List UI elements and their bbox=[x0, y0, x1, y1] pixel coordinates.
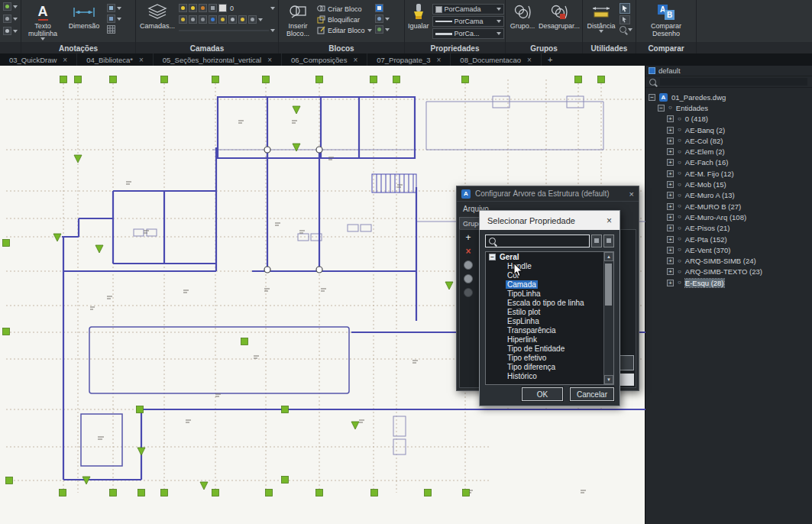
panel-label-utilidades[interactable]: Utilidades bbox=[583, 44, 636, 53]
layer-tool-icon[interactable] bbox=[199, 15, 207, 24]
match-properties-button[interactable]: Igualar bbox=[408, 2, 429, 42]
tree-preset-header[interactable]: default bbox=[645, 66, 812, 76]
layer-tool-icon[interactable] bbox=[209, 15, 217, 24]
property-item[interactable]: Hiperlink bbox=[486, 335, 613, 344]
tree-search-row[interactable] bbox=[645, 76, 812, 88]
collapse-icon[interactable]: − bbox=[649, 94, 655, 101]
scrollbar-thumb[interactable] bbox=[605, 264, 612, 306]
lineweight-combo[interactable]: PorCa... bbox=[432, 28, 504, 39]
tree-layer-row[interactable]: + ○ AE-MURO B (27) bbox=[645, 201, 812, 212]
expand-icon[interactable]: + bbox=[667, 159, 674, 166]
create-block-button[interactable]: Criar Bloco bbox=[317, 4, 372, 14]
tab-close-icon[interactable]: × bbox=[527, 56, 532, 64]
layer-tool-icon[interactable] bbox=[179, 15, 187, 24]
layer-tools-caret-icon[interactable] bbox=[258, 18, 263, 21]
tree-layer-row[interactable]: + ○ AE-Pta (152) bbox=[645, 234, 812, 244]
collapse-icon[interactable]: − bbox=[658, 105, 665, 112]
expand-icon[interactable]: + bbox=[667, 181, 674, 188]
drawing-tab[interactable]: 05_Seções_horizontal_vertical × bbox=[154, 53, 282, 66]
drawing-tab[interactable]: 06_Composições × bbox=[282, 53, 367, 66]
property-item[interactable]: Tipo diferença bbox=[486, 363, 613, 372]
collapse-icon[interactable]: − bbox=[489, 254, 496, 260]
scroll-up-icon[interactable]: ▲ bbox=[604, 252, 613, 261]
dialog-title-bar[interactable]: A Configurar Árvore da Estrutura (defaul… bbox=[457, 186, 639, 202]
layer-tool-icon[interactable] bbox=[228, 15, 237, 24]
tree-group-row[interactable]: − ○ Entidades bbox=[645, 102, 812, 113]
move-up-button[interactable] bbox=[464, 260, 473, 270]
new-tab-button[interactable]: + bbox=[542, 55, 558, 64]
dimension-button[interactable]: Dimensão bbox=[64, 2, 104, 42]
block-link-button[interactable] bbox=[375, 25, 390, 34]
leader-button[interactable] bbox=[107, 4, 121, 12]
scroll-down-icon[interactable]: ▼ bbox=[604, 375, 613, 384]
tree-layer-row[interactable]: + ○ 0 (418) bbox=[645, 114, 812, 125]
tree-layer-row[interactable]: + ○ E-Esqu (28) bbox=[645, 277, 812, 288]
tree-layer-row[interactable]: + ○ AE-Pisos (21) bbox=[645, 223, 812, 234]
property-search-input[interactable] bbox=[485, 235, 590, 247]
expand-icon[interactable]: + bbox=[667, 257, 674, 264]
add-button[interactable]: + bbox=[465, 233, 471, 242]
layer-on-icon[interactable] bbox=[179, 4, 187, 12]
panel-label-anotacoes[interactable]: Anotações bbox=[21, 44, 135, 53]
expand-icon[interactable]: + bbox=[667, 214, 674, 221]
layer-plot-icon[interactable] bbox=[209, 4, 217, 12]
tab-close-icon[interactable]: × bbox=[267, 56, 272, 64]
tree-layer-row[interactable]: + ○ AE-Col (82) bbox=[645, 135, 812, 146]
property-item[interactable]: Escala do tipo de linha bbox=[486, 299, 613, 308]
multileader-button[interactable] bbox=[107, 15, 121, 23]
drawing-tab[interactable]: 07_Propagate_3 × bbox=[367, 53, 451, 66]
panel-label-comparar[interactable]: Comparar bbox=[636, 44, 696, 53]
property-item[interactable]: Tipo de Entidade bbox=[486, 344, 613, 354]
panel-label-blocos[interactable]: Blocos bbox=[279, 44, 404, 53]
linetype-combo[interactable]: PorCama bbox=[432, 16, 504, 27]
tree-layer-row[interactable]: + ○ AE-Fach (16) bbox=[645, 157, 812, 168]
drawing-tab[interactable]: 03_QuickDraw × bbox=[0, 53, 77, 66]
draw-tool-icon[interactable] bbox=[3, 27, 18, 35]
expand-icon[interactable]: + bbox=[667, 247, 674, 254]
block-attr-button[interactable] bbox=[375, 4, 390, 12]
tree-layer-row[interactable]: + ○ AE-Muro A (13) bbox=[645, 190, 812, 201]
expand-icon[interactable]: + bbox=[667, 268, 674, 275]
select-cursor-button[interactable] bbox=[620, 15, 630, 24]
tab-close-icon[interactable]: × bbox=[63, 56, 67, 64]
property-item[interactable]: Transparência bbox=[486, 326, 613, 335]
panel-label-grupos[interactable]: Grupos bbox=[506, 44, 582, 53]
tab-close-icon[interactable]: × bbox=[139, 56, 144, 64]
expand-icon[interactable]: + bbox=[667, 115, 674, 122]
layer-tool-icon[interactable] bbox=[238, 15, 247, 24]
property-dialog-title-bar[interactable]: Selecionar Propriedade × bbox=[480, 211, 620, 230]
expand-icon[interactable]: + bbox=[667, 127, 674, 134]
property-item[interactable]: EspLinha bbox=[486, 317, 613, 326]
expand-icon[interactable]: + bbox=[667, 236, 674, 243]
layer-tool-icon[interactable] bbox=[248, 15, 257, 24]
layer-row-caret-icon[interactable] bbox=[270, 29, 275, 32]
delete-button[interactable]: × bbox=[465, 247, 471, 256]
table-button[interactable] bbox=[107, 25, 121, 34]
filter-button-2[interactable] bbox=[603, 235, 614, 247]
property-item[interactable]: Histórico bbox=[486, 372, 613, 381]
tab-close-icon[interactable]: × bbox=[353, 56, 357, 64]
tree-layer-row[interactable]: + ○ AE-Elem (2) bbox=[645, 146, 812, 157]
tree-layer-row[interactable]: + ○ AE-Mob (15) bbox=[645, 179, 812, 189]
draw-tool-icon[interactable] bbox=[3, 15, 18, 23]
property-item[interactable]: Tipo efetivo bbox=[486, 354, 613, 363]
expand-icon[interactable]: + bbox=[667, 170, 674, 177]
tree-layer-row[interactable]: + ○ AE-Muro-Arq (108) bbox=[645, 212, 812, 222]
tab-close-icon[interactable]: × bbox=[437, 56, 442, 64]
layer-tool-icon[interactable] bbox=[218, 15, 227, 24]
panel-label-camadas[interactable]: Camadas bbox=[136, 44, 278, 53]
layer-lock-icon[interactable] bbox=[199, 4, 207, 12]
tree-layer-row[interactable]: + ○ AE-Banq (2) bbox=[645, 125, 812, 135]
zoom-tool-button[interactable] bbox=[620, 26, 632, 33]
property-group-row[interactable]: − Geral bbox=[486, 252, 613, 262]
ungroup-button[interactable]: Desagrupar... bbox=[539, 2, 579, 42]
layer-tool-icon[interactable] bbox=[189, 15, 197, 24]
expand-icon[interactable]: + bbox=[667, 137, 674, 144]
property-item[interactable]: Handle bbox=[486, 262, 613, 271]
property-item[interactable]: TipoLinha bbox=[486, 289, 613, 299]
mtext-button[interactable]: A Texto multilinha bbox=[24, 2, 61, 42]
panel-label-propriedades[interactable]: Propriedades bbox=[405, 44, 505, 53]
group-button[interactable]: Grupo... bbox=[509, 2, 536, 42]
tree-search-input[interactable] bbox=[660, 78, 807, 86]
layer-color-swatch[interactable] bbox=[218, 4, 227, 12]
